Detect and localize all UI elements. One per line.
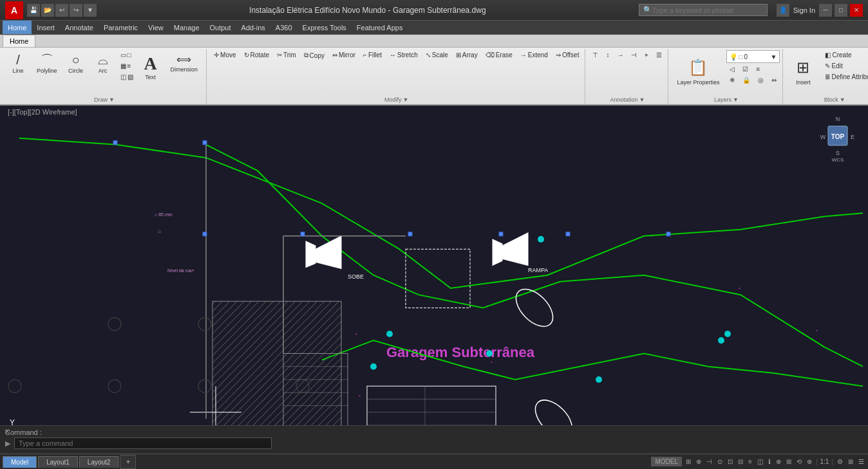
line-btn[interactable]: / Line <box>5 50 31 78</box>
svg-text:SOBE: SOBE <box>348 273 364 280</box>
annotation-tool4[interactable]: ⊣ <box>628 50 640 60</box>
tab-home[interactable]: Home <box>3 35 35 47</box>
menu-annotate[interactable]: Annotate <box>60 21 99 34</box>
trim-icon: ✂ <box>277 51 282 59</box>
cmd-close-icon[interactable]: ✕ <box>0 426 14 437</box>
menu-featured[interactable]: Featured Apps <box>352 21 408 34</box>
qprop-icon[interactable]: ℹ <box>767 458 772 465</box>
search-input[interactable] <box>652 6 755 14</box>
nav-cube[interactable]: N W E S TOP WCS <box>815 113 860 165</box>
undo-btn[interactable]: ↩ <box>55 4 68 17</box>
define-attr-btn[interactable]: ≣ Define Attributes <box>822 72 868 82</box>
command-input[interactable] <box>14 437 272 449</box>
ortho-icon[interactable]: ⊣ <box>705 458 713 465</box>
arc-btn[interactable]: ⌓ Arc <box>90 50 116 78</box>
layer-isolate-btn[interactable]: ◎ <box>755 75 767 85</box>
menu-output[interactable]: Output <box>205 21 236 34</box>
otrack-icon[interactable]: ⊟ <box>737 458 744 465</box>
gear-icon[interactable]: ⚙ <box>836 458 844 465</box>
scale-btn[interactable]: ⤡ Scale <box>422 50 451 60</box>
layer-freeze-btn[interactable]: ❄ <box>726 75 738 85</box>
transparency-icon[interactable]: ◫ <box>756 458 764 465</box>
close-btn[interactable]: ✕ <box>850 4 863 17</box>
annotation-tool1[interactable]: ⊤ <box>589 50 601 60</box>
menu-home[interactable]: Home <box>3 21 32 34</box>
menu-parametric[interactable]: Parametric <box>99 21 143 34</box>
hatch-btn[interactable]: ▦ ≡ <box>117 61 137 71</box>
edit-block-btn[interactable]: ✎ Edit <box>822 61 868 71</box>
lineweight-icon[interactable]: ≡ <box>747 458 753 465</box>
annotation-tool3[interactable]: → <box>614 50 627 60</box>
minimize-btn[interactable]: ─ <box>819 4 832 17</box>
grid-icon[interactable]: ⊞ <box>684 458 692 465</box>
viewport[interactable]: [-][Top][2D Wireframe] Garagem Subterrân… <box>0 106 868 425</box>
sign-in-btn[interactable]: 👤 <box>777 4 789 17</box>
menu-manage[interactable]: Manage <box>169 21 205 34</box>
layout-icon[interactable]: ⊞ <box>847 458 854 465</box>
insert-btn[interactable]: ⊞ Insert <box>787 50 819 95</box>
trim-btn[interactable]: ✂ Trim <box>274 50 299 60</box>
layer-properties-btn[interactable]: 📋 Layer Properties <box>672 50 724 95</box>
svg-text:RAMPA: RAMPA <box>528 267 549 273</box>
quick-access-dropdown[interactable]: ▼ <box>84 4 97 17</box>
layer-lock-btn[interactable]: 🔒 <box>739 75 753 85</box>
sel-cycling-icon[interactable]: ⊕ <box>775 458 782 465</box>
tab-layout1[interactable]: Layout1 <box>38 456 78 468</box>
dyn-input-icon[interactable]: ⊕ <box>806 458 813 465</box>
rect-btn[interactable]: ▭ □ <box>117 50 137 60</box>
layer-make-current-btn[interactable]: ☑ <box>739 64 751 74</box>
erase-btn[interactable]: ⌫ Erase <box>482 50 516 60</box>
quick-save-btn[interactable]: 💾 <box>27 4 40 17</box>
maximize-btn[interactable]: □ <box>835 4 847 17</box>
stretch-btn[interactable]: ↔ Stretch <box>386 50 421 60</box>
tab-model[interactable]: Model <box>3 456 37 468</box>
redo-btn[interactable]: ↪ <box>70 4 82 17</box>
tab-add-btn[interactable]: + <box>120 455 136 469</box>
quick-open-btn[interactable]: 📂 <box>41 4 54 17</box>
sep2: | <box>831 458 833 465</box>
hatch-icon: ▦ <box>120 62 126 69</box>
search-icon: 🔍 <box>643 6 652 14</box>
menu-express[interactable]: Express Tools <box>297 21 352 34</box>
extend-btn[interactable]: → Extend <box>517 50 551 60</box>
annotation-tool6[interactable]: ☰ <box>653 50 665 60</box>
layer-match-btn[interactable]: ≡ <box>753 64 763 74</box>
dynucs-icon[interactable]: ⟲ <box>795 458 803 465</box>
layer-prev-btn[interactable]: ◁ <box>726 64 738 74</box>
sign-in-label[interactable]: Sign In <box>793 6 815 14</box>
search-box[interactable]: 🔍 <box>639 4 768 16</box>
3d-osnap-icon[interactable]: ⊞ <box>785 458 793 465</box>
circle-btn[interactable]: ○ Circle <box>63 50 89 78</box>
menu-addins[interactable]: Add-ins <box>236 21 270 34</box>
menu-view[interactable]: View <box>143 21 169 34</box>
insert-icon: ⊞ <box>797 59 809 77</box>
menu-insert[interactable]: Insert <box>32 21 60 34</box>
create-block-btn[interactable]: ◧ Create <box>822 50 868 60</box>
offset-btn[interactable]: ⇒ Offset <box>552 50 583 60</box>
layer-status-dropdown[interactable]: 💡 □ 0 ▼ <box>726 50 780 63</box>
fillet-btn[interactable]: ⌐ Fillet <box>360 50 385 60</box>
osnap-icon[interactable]: ⊡ <box>726 458 734 465</box>
dimension-btn[interactable]: ⟺ Dimension <box>165 50 204 78</box>
polyline-btn[interactable]: ⌒ Polyline <box>32 50 62 78</box>
snap-icon[interactable]: ⊕ <box>695 458 703 465</box>
annotation-tool2[interactable]: ↕ <box>603 50 612 60</box>
rect-icon: ▭ <box>120 51 126 59</box>
move-btn[interactable]: ✛ Move <box>211 50 239 60</box>
text-btn[interactable]: A Text <box>138 50 164 86</box>
ribbon-group-modify: ✛ Move ↻ Rotate ✂ Trim ⧉ Copy ⇔ Mirror ⌐… <box>208 49 585 104</box>
annotation-tool5[interactable]: ⌖ <box>641 50 652 60</box>
layer-merge-btn[interactable]: ⇔ <box>768 75 780 85</box>
gradient-btn[interactable]: ◫ ▧ <box>117 72 137 82</box>
mirror-btn[interactable]: ⇔ Mirror <box>329 50 359 60</box>
move-icon: ✛ <box>214 51 219 59</box>
rotate-btn[interactable]: ↻ Rotate <box>241 50 272 60</box>
tab-layout2[interactable]: Layout2 <box>79 456 119 468</box>
svg-text:⌂: ⌂ <box>158 228 161 234</box>
polar-icon[interactable]: ⊙ <box>716 458 724 465</box>
menu-a360[interactable]: A360 <box>270 21 297 34</box>
customize-icon[interactable]: ☰ <box>857 458 865 465</box>
layer-merge-icon: ⇔ <box>771 77 777 84</box>
copy-btn[interactable]: ⧉ Copy <box>301 50 328 60</box>
array-btn[interactable]: ⊞ Array <box>453 50 481 60</box>
